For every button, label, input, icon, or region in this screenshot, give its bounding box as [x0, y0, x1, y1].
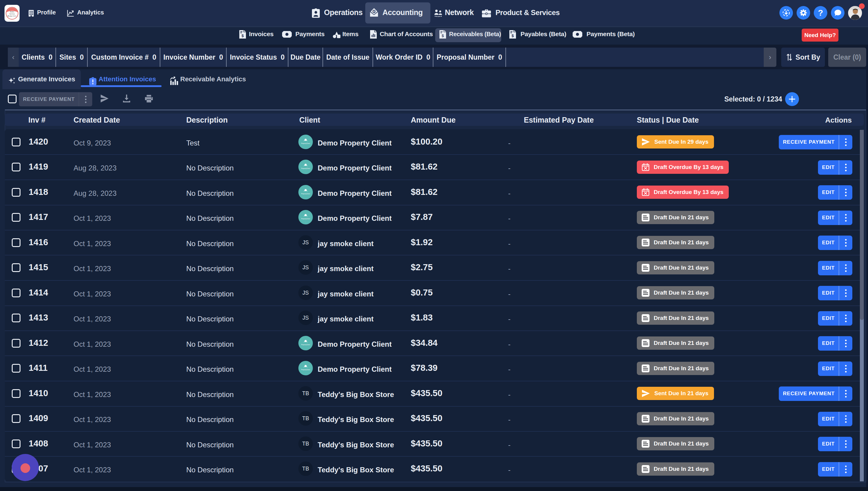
- svg-text:PropertyClient: PropertyClient: [301, 369, 310, 371]
- svg-text:$: $: [511, 33, 514, 38]
- svg-text:PropertyClient: PropertyClient: [301, 143, 310, 144]
- svg-text:$: $: [242, 33, 244, 38]
- svg-text:$: $: [442, 33, 444, 38]
- svg-text:Broker LLC: Broker LLC: [7, 15, 17, 17]
- svg-text:Service: Service: [9, 13, 15, 15]
- svg-text:$: $: [373, 10, 375, 13]
- svg-text:Demo: Demo: [10, 11, 15, 13]
- svg-text:PropertyClient: PropertyClient: [301, 344, 310, 346]
- svg-text:PropertyClient: PropertyClient: [301, 193, 310, 195]
- svg-text:PropertyClient: PropertyClient: [301, 168, 310, 169]
- svg-text:PropertyClient: PropertyClient: [301, 218, 310, 220]
